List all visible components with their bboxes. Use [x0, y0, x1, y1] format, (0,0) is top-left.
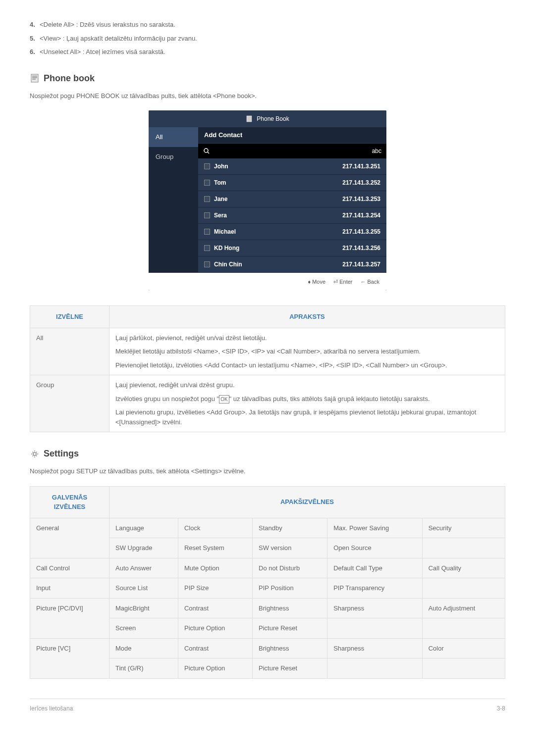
- footer-move: ♦ Move: [308, 278, 326, 286]
- list-number: 6.: [30, 47, 40, 57]
- submenu-cell: Contrast: [178, 598, 252, 618]
- svg-rect-3: [32, 79, 36, 80]
- submenu-cell: Max. Power Saving: [327, 518, 423, 538]
- settings-table: GALVENĀS IZVĒLNES APAKŠIZVĒLNES GeneralL…: [30, 486, 505, 679]
- contact-name: Jane: [214, 195, 227, 203]
- search-bar[interactable]: abc: [198, 144, 386, 158]
- list-text: <Unselect All> : Atceļ iezīmes visā sara…: [40, 48, 165, 55]
- phonebook-sidebar: All Group: [149, 127, 198, 273]
- contact-name: Michael: [214, 227, 236, 236]
- footer-left: Ierīces lietošana: [30, 704, 73, 713]
- menu-cell: All: [30, 328, 109, 375]
- contact-row[interactable]: KD Hong217.141.3.256: [198, 240, 386, 256]
- submenu-cell: Open Source: [327, 538, 423, 558]
- table-header-menu: IZVĒLNE: [30, 306, 109, 328]
- sidebar-item-all[interactable]: All: [149, 127, 198, 147]
- contact-ip: 217.141.3.252: [342, 178, 380, 187]
- contact-row[interactable]: Sera217.141.3.254: [198, 207, 386, 224]
- document-icon: [246, 115, 253, 122]
- submenu-cell: SW Upgrade: [109, 538, 178, 558]
- submenu-cell: Default Call Type: [327, 558, 423, 578]
- main-menu-cell: Call Control: [30, 558, 109, 578]
- submenu-cell: [422, 618, 505, 639]
- footer-enter: ⏎ Enter: [333, 278, 352, 286]
- footer-back: ← Back: [360, 278, 379, 286]
- submenu-cell: Sharpness: [327, 638, 423, 658]
- submenu-cell: Screen: [109, 618, 178, 639]
- checkbox[interactable]: [204, 261, 210, 267]
- contact-name: Tom: [214, 178, 226, 187]
- svg-rect-2: [32, 77, 37, 78]
- main-menu-cell: General: [30, 518, 109, 558]
- contact-ip: 217.141.3.254: [342, 211, 380, 220]
- document-icon: [30, 73, 40, 83]
- contact-row[interactable]: John217.141.3.251: [198, 158, 386, 175]
- contact-row[interactable]: Jane217.141.3.253: [198, 191, 386, 207]
- submenu-cell: Call Quality: [422, 558, 505, 578]
- checkbox[interactable]: [204, 229, 210, 235]
- contact-list: John217.141.3.251Tom217.141.3.252Jane217…: [198, 158, 386, 273]
- desc-paragraph: Lai pievienotu grupu, izvēlieties <Add G…: [115, 407, 499, 427]
- submenu-cell: Auto Adjustment: [422, 598, 505, 618]
- contact-name: John: [214, 162, 228, 171]
- desc-paragraph: Ļauj pārlūkot, pievienot, rediģēt un/vai…: [115, 333, 499, 343]
- submenu-cell: Do not Disturb: [253, 558, 327, 578]
- submenu-cell: SW version: [253, 538, 327, 558]
- list-item: 5.<View> : Ļauj apskatīt detalizētu info…: [30, 34, 505, 44]
- sidebar-item-group[interactable]: Group: [149, 147, 198, 167]
- submenu-cell: Picture Option: [178, 658, 252, 679]
- desc-paragraph: Izvēloties grupu un nospiežot pogu "OK" …: [115, 394, 499, 404]
- svg-point-7: [33, 453, 36, 455]
- main-menu-cell: Picture [VC]: [30, 638, 109, 678]
- submenu-cell: Contrast: [178, 638, 252, 658]
- svg-line-6: [208, 152, 209, 153]
- search-icon: [203, 148, 210, 154]
- contact-name: Chin Chin: [214, 260, 242, 269]
- list-item: 6.<Unselect All> : Atceļ iezīmes visā sa…: [30, 47, 505, 57]
- footer-right: 3-8: [497, 704, 505, 713]
- checkbox[interactable]: [204, 245, 210, 251]
- search-mode-label: abc: [372, 147, 381, 155]
- submenu-cell: [422, 538, 505, 558]
- contact-row[interactable]: Tom217.141.3.252: [198, 175, 386, 191]
- table-header-desc: APRAKSTS: [109, 306, 505, 328]
- page-footer: Ierīces lietošana 3-8: [30, 699, 505, 713]
- contact-row[interactable]: Chin Chin217.141.3.257: [198, 256, 386, 273]
- checkbox[interactable]: [204, 212, 210, 218]
- submenu-cell: PIP Position: [253, 578, 327, 599]
- phonebook-footer: ♦ Move ⏎ Enter ← Back: [149, 273, 386, 291]
- svg-point-5: [204, 149, 208, 152]
- contact-row[interactable]: Michael217.141.3.255: [198, 224, 386, 240]
- checkbox[interactable]: [204, 180, 210, 186]
- submenu-cell: PIP Size: [178, 578, 252, 599]
- list-text: <Delete All> : Dzēš visus ierakstus no s…: [40, 21, 175, 28]
- desc-cell: Ļauj pievienot, rediģēt un/vai dzēst gru…: [109, 375, 505, 432]
- contact-ip: 217.141.3.253: [342, 195, 380, 203]
- svg-rect-1: [32, 76, 37, 77]
- contact-ip: 217.141.3.256: [342, 244, 380, 252]
- add-contact-button[interactable]: Add Contact: [198, 127, 386, 144]
- list-number: 4.: [30, 20, 40, 30]
- checkbox[interactable]: [204, 163, 210, 169]
- main-menu-cell: Picture [PC/DVI]: [30, 598, 109, 638]
- submenu-cell: [327, 618, 423, 639]
- checkbox[interactable]: [204, 196, 210, 202]
- svg-rect-4: [247, 116, 252, 122]
- submenu-cell: Mode: [109, 638, 178, 658]
- desc-paragraph: Pievienojiet lietotāju, izvēloties <Add …: [115, 360, 499, 370]
- submenu-cell: Standby: [253, 518, 327, 538]
- phonebook-titlebar-text: Phone Book: [257, 114, 289, 123]
- desc-paragraph: Meklējiet lietotāju atbilstoši <Name>, <…: [115, 347, 499, 356]
- submenu-cell: Source List: [109, 578, 178, 599]
- contact-ip: 217.141.3.257: [342, 260, 380, 269]
- submenu-cell: Auto Answer: [109, 558, 178, 578]
- submenu-cell: Picture Option: [178, 618, 252, 639]
- submenu-cell: Picture Reset: [253, 618, 327, 639]
- contact-ip: 217.141.3.251: [342, 162, 380, 171]
- settings-header-main: GALVENĀS IZVĒLNES: [30, 486, 109, 518]
- submenu-cell: Picture Reset: [253, 658, 327, 679]
- submenu-cell: MagicBright: [109, 598, 178, 618]
- submenu-cell: [422, 578, 505, 599]
- contact-ip: 217.141.3.255: [342, 227, 380, 236]
- desc-paragraph: Ļauj pievienot, rediģēt un/vai dzēst gru…: [115, 380, 499, 390]
